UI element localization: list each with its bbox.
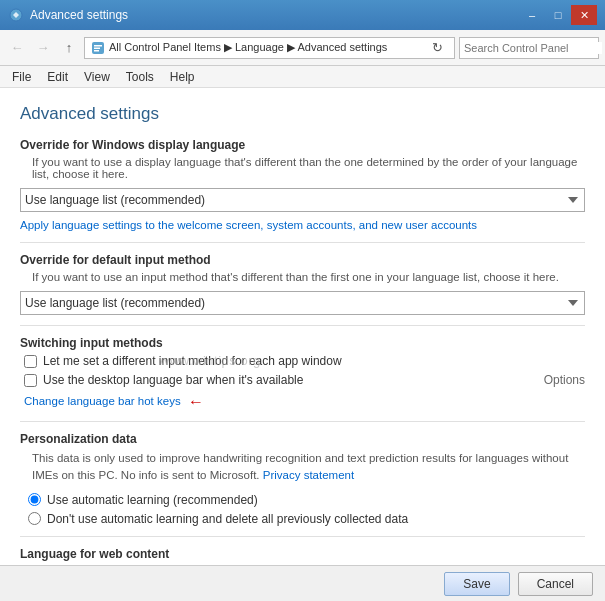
save-button[interactable]: Save bbox=[444, 572, 509, 596]
apply-language-link[interactable]: Apply language settings to the welcome s… bbox=[20, 219, 477, 231]
svg-rect-2 bbox=[94, 45, 102, 47]
display-language-desc: If you want to use a display language th… bbox=[20, 156, 585, 180]
back-button[interactable]: ← bbox=[6, 37, 28, 59]
menu-view[interactable]: View bbox=[76, 67, 118, 87]
checkbox-row-1: Let me set a different input method for … bbox=[20, 354, 342, 368]
up-button[interactable]: ↑ bbox=[58, 37, 80, 59]
search-box[interactable]: 🔍 bbox=[459, 37, 599, 59]
section-personalization: Personalization data This data is only u… bbox=[20, 432, 585, 526]
menu-tools[interactable]: Tools bbox=[118, 67, 162, 87]
input-method-desc: If you want to use an input method that'… bbox=[20, 271, 585, 283]
web-content-title: Language for web content bbox=[20, 547, 585, 561]
display-language-dropdown[interactable]: Use language list (recommended) bbox=[20, 188, 585, 212]
options-link[interactable]: Options bbox=[544, 373, 585, 387]
menu-file[interactable]: File bbox=[4, 67, 39, 87]
divider-4 bbox=[20, 536, 585, 537]
change-hotkeys-row: Change language bar hot keys ← bbox=[20, 393, 585, 411]
checkbox-per-app[interactable] bbox=[24, 355, 37, 368]
checkbox-row-2-wrapper: Use the desktop language bar when it's a… bbox=[20, 373, 585, 387]
checkbox-lang-bar-label: Use the desktop language bar when it's a… bbox=[43, 373, 303, 387]
radio-auto-learning-label: Use automatic learning (recommended) bbox=[47, 493, 258, 507]
checkbox-lang-bar[interactable] bbox=[24, 374, 37, 387]
main-content: Advanced settings Override for Windows d… bbox=[0, 88, 605, 565]
privacy-link[interactable]: Privacy statement bbox=[263, 469, 354, 481]
menu-help[interactable]: Help bbox=[162, 67, 203, 87]
toolbar: ← → ↑ All Control Panel Items ▶ Language… bbox=[0, 30, 605, 66]
refresh-button[interactable]: ↻ bbox=[426, 37, 448, 59]
title-bar: Advanced settings – □ ✕ bbox=[0, 0, 605, 30]
address-bar[interactable]: All Control Panel Items ▶ Language ▶ Adv… bbox=[84, 37, 455, 59]
address-path: All Control Panel Items ▶ Language ▶ Adv… bbox=[109, 41, 387, 54]
divider-3 bbox=[20, 421, 585, 422]
maximize-button[interactable]: □ bbox=[545, 5, 571, 25]
arrow-indicator: ← bbox=[188, 393, 204, 411]
input-method-title: Override for default input method bbox=[20, 253, 585, 267]
title-bar-left: Advanced settings bbox=[8, 7, 128, 23]
input-method-dropdown-wrapper: Use language list (recommended) bbox=[20, 291, 585, 315]
radio-no-learning[interactable] bbox=[28, 512, 41, 525]
menu-edit[interactable]: Edit bbox=[39, 67, 76, 87]
divider-2 bbox=[20, 325, 585, 326]
section-web-content: Language for web content Don't let websi… bbox=[20, 547, 585, 566]
switching-title: Switching input methods bbox=[20, 336, 585, 350]
personalization-title: Personalization data bbox=[20, 432, 585, 446]
change-hotkeys-link[interactable]: Change language bar hot keys bbox=[24, 395, 181, 407]
section-input-method: Override for default input method If you… bbox=[20, 253, 585, 315]
app-icon bbox=[8, 7, 24, 23]
control-panel-icon bbox=[91, 41, 105, 55]
checkbox-row-2: Use the desktop language bar when it's a… bbox=[20, 373, 303, 387]
checkbox-per-app-label: Let me set a different input method for … bbox=[43, 354, 342, 368]
bottom-bar: Save Cancel bbox=[0, 565, 605, 601]
cancel-button[interactable]: Cancel bbox=[518, 572, 593, 596]
close-button[interactable]: ✕ bbox=[571, 5, 597, 25]
radio-row-2: Don't use automatic learning and delete … bbox=[20, 512, 585, 526]
minimize-button[interactable]: – bbox=[519, 5, 545, 25]
svg-rect-4 bbox=[94, 50, 99, 52]
content-wrapper: www.wintips.org Advanced settings Overri… bbox=[0, 88, 605, 601]
radio-no-learning-label: Don't use automatic learning and delete … bbox=[47, 512, 408, 526]
display-language-dropdown-wrapper: Use language list (recommended) bbox=[20, 188, 585, 212]
search-input[interactable] bbox=[464, 42, 602, 54]
personalization-desc: This data is only used to improve handwr… bbox=[20, 450, 585, 485]
forward-button[interactable]: → bbox=[32, 37, 54, 59]
section-switching: Switching input methods Let me set a dif… bbox=[20, 336, 585, 411]
display-language-title: Override for Windows display language bbox=[20, 138, 585, 152]
checkbox-row-1-wrapper: Let me set a different input method for … bbox=[20, 354, 585, 368]
input-method-dropdown[interactable]: Use language list (recommended) bbox=[20, 291, 585, 315]
divider-1 bbox=[20, 242, 585, 243]
window-controls: – □ ✕ bbox=[519, 5, 597, 25]
radio-row-1: Use automatic learning (recommended) bbox=[20, 493, 585, 507]
window-title: Advanced settings bbox=[30, 8, 128, 22]
svg-rect-3 bbox=[94, 47, 100, 49]
menubar: File Edit View Tools Help bbox=[0, 66, 605, 88]
page-title: Advanced settings bbox=[20, 104, 585, 124]
radio-auto-learning[interactable] bbox=[28, 493, 41, 506]
section-display-language: Override for Windows display language If… bbox=[20, 138, 585, 232]
